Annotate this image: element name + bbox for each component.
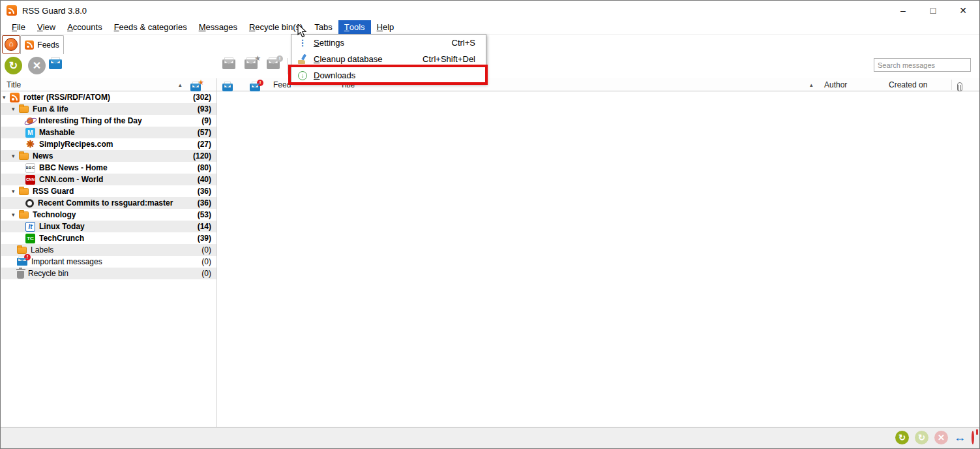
feed-label: Interesting Thing of the Day <box>38 116 201 125</box>
github-icon <box>25 199 34 208</box>
menu-messages[interactable]: Messages <box>193 20 243 34</box>
feed-row-recycle-bin[interactable]: Recycle bin(0) <box>1 268 216 279</box>
important-envelope-icon: ! <box>267 59 280 69</box>
feed-row-fun-life[interactable]: ▾Fun & life(93) <box>1 103 216 115</box>
messages-attachment-column-header[interactable] <box>957 80 962 93</box>
unread-envelope-star-icon: ★ <box>190 84 201 91</box>
menu-item-shortcut: Ctrl+Shift+Del <box>423 54 486 64</box>
home-button[interactable]: ⌂ <box>2 35 20 54</box>
statusbar-icons: ↻ ↻ ✕ ↔ <box>895 431 974 444</box>
list-header-row: Title ▴ ★ ! Feed Title ▴ Author Created … <box>1 78 980 91</box>
messages-importance-column-header[interactable]: ! <box>250 81 260 94</box>
feed-row-linux-today[interactable]: ltLinux Today(14) <box>1 221 216 232</box>
feed-unread-count: (36) <box>198 187 211 196</box>
mark-all-read-button[interactable] <box>49 59 62 72</box>
feed-row-mashable[interactable]: MMashable(57) <box>1 127 216 138</box>
folder-icon <box>19 211 29 219</box>
cleanup-database-icon <box>291 54 314 64</box>
tabbar: ⌂ Feeds <box>1 35 979 54</box>
feed-row-technology[interactable]: ▾Technology(53) <box>1 209 216 221</box>
techcrunch-icon: TC <box>25 234 35 243</box>
cnn-icon: CNN <box>25 175 35 185</box>
feed-row-techcrunch[interactable]: TCTechCrunch(39) <box>1 232 216 244</box>
titlebar: RSS Guard 3.8.0 –□✕ <box>1 1 979 20</box>
maximize-button[interactable]: □ <box>918 1 948 20</box>
messages-feed-column-header[interactable]: Feed <box>273 78 291 91</box>
menu-help[interactable]: Help <box>371 20 400 34</box>
tree-expander-icon[interactable]: ▾ <box>12 211 19 218</box>
app-logo-rss-icon <box>7 5 17 16</box>
menu-tools[interactable]: Tools <box>338 20 371 34</box>
menu-item-settings[interactable]: ⋮SettingsCtrl+S <box>291 35 486 51</box>
refresh-icon: ↻ <box>898 433 906 442</box>
window-controls: –□✕ <box>888 1 978 20</box>
feed-row-cnn-com-world[interactable]: CNNCNN.com - World(40) <box>1 174 216 185</box>
feed-row-interesting-thing-of-the-day[interactable]: Interesting Thing of the Day(9) <box>1 115 216 127</box>
menu-item-cleanup-database[interactable]: Cleanup databaseCtrl+Shift+Del <box>291 51 486 67</box>
simplyrecipes-icon: ❋ <box>25 140 35 149</box>
feed-label: Linux Today <box>39 222 198 231</box>
menu-file[interactable]: File <box>6 20 31 34</box>
feed-row-rotter-rss-rdf-atom[interactable]: ▾rotter (RSS/RDF/ATOM)(302) <box>1 91 216 103</box>
menu-feeds-categories[interactable]: Feeds & categories <box>108 20 193 34</box>
close-button[interactable]: ✕ <box>948 1 978 20</box>
feed-label: rotter (RSS/RDF/ATOM) <box>23 93 193 102</box>
stop-icon: ✕ <box>938 433 945 442</box>
window-title: RSS Guard 3.8.0 <box>22 6 87 16</box>
feeds-sort-ascending-icon: ▴ <box>179 78 182 91</box>
stop-running-update-button[interactable]: ✕ <box>28 57 46 74</box>
feed-row-rss-guard[interactable]: ▾RSS Guard(36) <box>1 185 216 197</box>
messages-created-on-column-header[interactable]: Created on <box>889 78 927 91</box>
menu-recycle-bin-s[interactable]: Recycle bin(s) <box>243 20 308 34</box>
menu-item-label: Settings <box>314 38 452 48</box>
menu-accounts[interactable]: Accounts <box>61 20 108 34</box>
feed-label: Labels <box>31 245 201 255</box>
mashable-icon: M <box>25 128 35 138</box>
folder-icon <box>19 188 29 195</box>
feed-label: Mashable <box>39 128 198 137</box>
minimize-button[interactable]: – <box>888 1 918 20</box>
mark-read-envelope-icon <box>222 59 235 69</box>
menu-view[interactable]: View <box>31 20 61 34</box>
messages-read-column-header[interactable] <box>222 81 233 94</box>
fullscreen-button[interactable]: ↔ <box>954 431 966 444</box>
feed-label: BBC News - Home <box>39 163 198 172</box>
feed-row-news[interactable]: ▾News(120) <box>1 150 216 162</box>
update-all-feeds-button[interactable]: ↻ <box>5 57 22 74</box>
update-feeds-button[interactable]: ↻ <box>895 431 909 444</box>
tab-feeds[interactable]: Feeds <box>20 35 64 54</box>
feed-label: Fun & life <box>33 104 198 114</box>
tree-expander-icon[interactable]: ▾ <box>3 94 10 101</box>
feed-label: Recycle bin <box>28 269 201 278</box>
folder-icon <box>19 106 29 113</box>
feed-row-labels[interactable]: Labels(0) <box>1 244 216 256</box>
quit-button[interactable] <box>972 432 974 444</box>
search-messages-input[interactable] <box>874 58 971 72</box>
feeds-title-column-header[interactable]: Title <box>7 78 21 91</box>
feed-row-simplyrecipes-com[interactable]: ❋SimplyRecipes.com(27) <box>1 138 216 150</box>
feed-label: TechCrunch <box>39 234 198 243</box>
tree-expander-icon[interactable]: ▾ <box>12 106 19 112</box>
toggle-starred-button: ★ <box>245 59 258 72</box>
folder-icon <box>19 153 29 160</box>
toolbar-separator <box>287 58 288 74</box>
feed-row-important-messages[interactable]: !Important messages(0) <box>1 256 216 268</box>
exclamation-icon: ! <box>257 80 263 86</box>
paperclip-icon <box>957 82 962 91</box>
tree-expander-icon[interactable]: ▾ <box>12 153 19 159</box>
header-separator <box>951 80 952 90</box>
star-icon: ★ <box>198 78 204 87</box>
feed-row-bbc-news-home[interactable]: BBCBBC News - Home(80) <box>1 162 216 174</box>
menu-item-downloads[interactable]: ↓Downloads <box>291 67 486 84</box>
feed-label: CNN.com - World <box>39 175 198 184</box>
feed-unread-count: (0) <box>201 269 211 278</box>
messages-author-column-header[interactable]: Author <box>824 78 847 91</box>
feeds-tab-label: Feeds <box>37 40 59 50</box>
tree-expander-icon[interactable]: ▾ <box>12 188 19 194</box>
recycle-icon <box>17 269 24 279</box>
panel-splitter[interactable] <box>216 78 217 427</box>
read-envelope-icon <box>222 84 233 91</box>
feed-unread-count: (93) <box>198 104 211 114</box>
menu-tabs[interactable]: Tabs <box>308 20 338 34</box>
feed-row-recent-commits-to-rssguard-master[interactable]: Recent Commits to rssguard:master(36) <box>1 197 216 209</box>
